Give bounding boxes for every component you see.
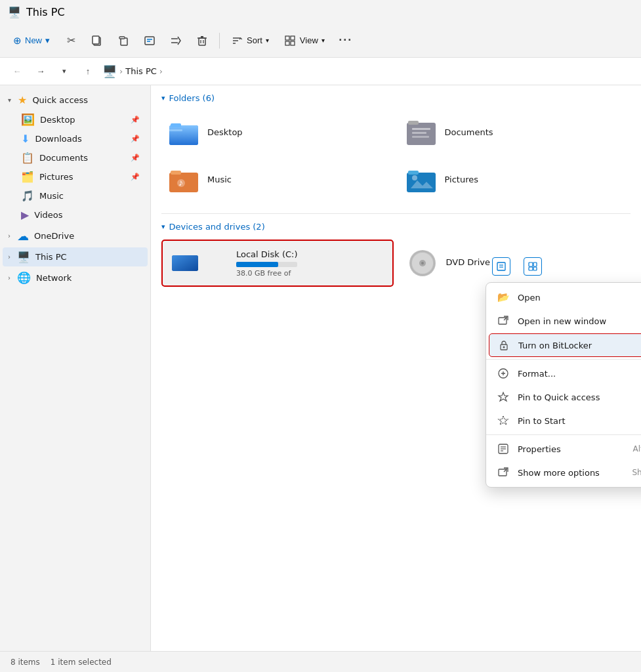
folder-item-desktop[interactable]: Desktop [161, 111, 394, 153]
downloads-icon: ⬇ [21, 133, 30, 145]
sidebar-item-this-pc[interactable]: › 🖥️ This PC [3, 247, 148, 266]
ctx-item-pin-quick-access[interactable]: Pin to Quick access [486, 385, 641, 409]
ctx-properties-shortcut: Alt+Enter [632, 444, 641, 453]
title-monitor-icon: 🖥️ [8, 6, 21, 18]
up-button[interactable]: ↑ [79, 62, 97, 81]
sidebar-quick-access[interactable]: ▾ ★ Quick access [3, 91, 148, 110]
ctx-item-pin-start[interactable]: Pin to Start [486, 409, 641, 432]
drives-section-label: Devices and drives (2) [169, 222, 265, 232]
svg-rect-7 [199, 38, 205, 45]
local-disk-icon [169, 247, 201, 279]
share-button[interactable] [164, 29, 188, 52]
quick-access-chevron: ▾ [8, 96, 11, 104]
ctx-pin-quick-access-label: Pin to Quick access [518, 392, 641, 402]
path-item-this-pc[interactable]: This PC [125, 66, 157, 76]
folders-section-header[interactable]: ▾ Folders (6) [161, 93, 631, 103]
videos-icon: ▶ [21, 209, 29, 221]
local-disk-info: Local Disk (C:) 38.0 GB free of [236, 249, 297, 278]
svg-rect-48 [533, 267, 537, 270]
svg-rect-3 [119, 37, 125, 39]
svg-rect-36 [172, 255, 198, 271]
drag-icon-2 [524, 257, 542, 276]
svg-rect-46 [533, 262, 537, 266]
toolbar-separator [219, 33, 220, 49]
path-monitor-icon: 🖥️ [102, 64, 117, 78]
sidebar-item-music[interactable]: 🎵 Music [3, 186, 148, 205]
svg-rect-25 [412, 128, 430, 130]
context-menu: 📂 Open Enter Open in new window [486, 282, 641, 488]
sidebar-item-documents[interactable]: 📋 Documents 📌 [3, 148, 148, 167]
sidebar-item-onedrive[interactable]: › ☁ OneDrive [3, 226, 148, 246]
paste-button[interactable] [112, 29, 135, 52]
ctx-open-new-window-label: Open in new window [518, 316, 641, 326]
sidebar-this-pc-label: This PC [35, 252, 67, 262]
this-pc-icon: 🖥️ [17, 251, 30, 263]
drives-section-header[interactable]: ▾ Devices and drives (2) [161, 222, 631, 232]
format-icon [497, 367, 510, 380]
sidebar-item-pictures[interactable]: 🗂️ Pictures 📌 [3, 167, 148, 186]
pictures-folder-thumb [405, 163, 437, 195]
pin-icon-pictures: 📌 [131, 173, 140, 181]
content-area: ▾ Folders (6) Desktop [151, 85, 641, 651]
ctx-show-more-shortcut: Shift+F10 [632, 468, 641, 477]
svg-rect-24 [408, 121, 419, 125]
svg-rect-18 [291, 41, 295, 45]
new-button[interactable]: ⊕ New ▾ [7, 29, 56, 52]
bitlocker-icon [497, 339, 510, 352]
folders-collapse-arrow: ▾ [161, 94, 165, 102]
onedrive-section: › ☁ OneDrive [0, 226, 150, 246]
drives-collapse-arrow: ▾ [161, 222, 165, 231]
folder-item-pictures[interactable]: Pictures [399, 158, 631, 200]
svg-rect-32 [407, 173, 436, 192]
main-layout: ▾ ★ Quick access 🖼️ Desktop 📌 ⬇ Download… [0, 85, 641, 651]
ctx-item-show-more[interactable]: Show more options Shift+F10 [486, 461, 641, 484]
rename-button[interactable] [138, 29, 161, 52]
more-options-button[interactable]: ··· [334, 29, 358, 52]
music-folder-thumb: ♪ [168, 163, 199, 195]
sidebar-item-downloads[interactable]: ⬇ Downloads 📌 [3, 129, 148, 148]
ctx-bitlocker-label: Turn on BitLocker [518, 341, 641, 350]
ctx-item-open[interactable]: 📂 Open Enter [486, 285, 641, 309]
ctx-divider-1 [486, 359, 641, 360]
pictures-folder-name: Pictures [445, 175, 478, 184]
address-path: 🖥️ › This PC › [102, 64, 163, 78]
local-disk-free: 38.0 GB free of [236, 269, 297, 278]
sort-label: Sort [247, 35, 262, 45]
sort-button[interactable]: Sort ▾ [225, 29, 276, 52]
ctx-item-properties[interactable]: Properties Alt+Enter [486, 437, 641, 461]
back-button[interactable]: ← [8, 62, 26, 81]
folder-item-documents[interactable]: Documents [399, 111, 631, 153]
title-bar: 🖥️ This PC [0, 0, 641, 24]
documents-icon: 📋 [21, 152, 34, 164]
recent-locations-button[interactable]: ▾ [55, 62, 73, 81]
open-icon: 📂 [497, 291, 510, 304]
local-disk-bar-bg [236, 262, 297, 267]
drag-icon-1 [492, 257, 510, 276]
drag-icons [492, 257, 542, 276]
copy-button[interactable] [85, 29, 109, 52]
folder-item-music[interactable]: ♪ Music [161, 158, 394, 200]
onedrive-icon: ☁ [17, 229, 29, 243]
sidebar-item-desktop[interactable]: 🖼️ Desktop 📌 [3, 110, 148, 129]
properties-icon [497, 442, 510, 455]
forward-button[interactable]: → [31, 62, 50, 81]
svg-rect-22 [171, 123, 181, 127]
sidebar: ▾ ★ Quick access 🖼️ Desktop 📌 ⬇ Download… [0, 85, 151, 651]
view-button[interactable]: View ▾ [278, 29, 331, 52]
sidebar-item-videos[interactable]: ▶ Videos [3, 205, 148, 224]
ctx-item-open-new-window[interactable]: Open in new window [486, 309, 641, 333]
sidebar-item-network[interactable]: › 🌐 Network [3, 268, 148, 287]
quick-access-label: Quick access [32, 95, 88, 105]
pin-icon-downloads: 📌 [131, 135, 140, 143]
documents-folder-thumb [405, 116, 437, 148]
sidebar-desktop-label: Desktop [40, 115, 75, 125]
item-count: 8 items [10, 658, 40, 667]
svg-rect-20 [169, 125, 198, 145]
sidebar-videos-label: Videos [34, 210, 62, 220]
cut-button[interactable]: ✂ [59, 29, 83, 52]
svg-point-34 [412, 175, 417, 180]
ctx-item-bitlocker[interactable]: Turn on BitLocker [489, 333, 641, 357]
drive-item-c[interactable]: Local Disk (C:) 38.0 GB free of [161, 240, 394, 287]
delete-button[interactable] [190, 29, 214, 52]
ctx-item-format[interactable]: Format... [486, 362, 641, 385]
